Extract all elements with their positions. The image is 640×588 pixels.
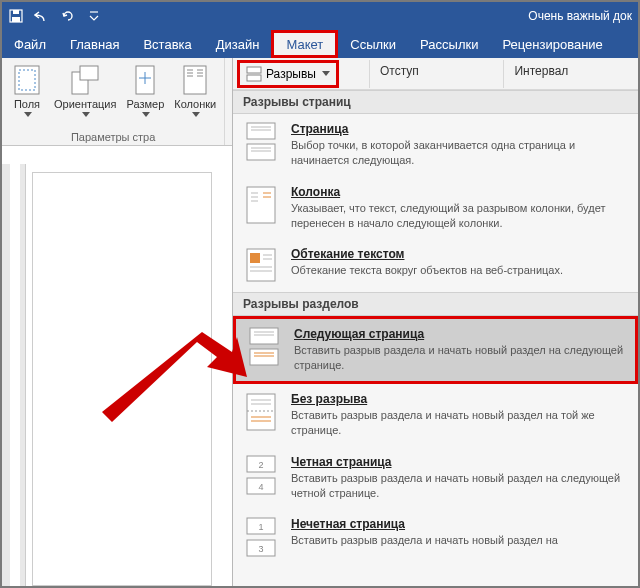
redo-icon[interactable] — [60, 8, 76, 24]
continuous-title: Без разрыва — [291, 392, 628, 406]
chevron-down-icon — [142, 112, 150, 117]
break-text-wrapping[interactable]: Обтекание текстом Обтекание текста вокру… — [233, 239, 638, 292]
size-label: Размер — [126, 98, 164, 110]
chevron-down-icon — [322, 71, 330, 76]
customize-qat-icon[interactable] — [86, 8, 102, 24]
spacing-label: Интервал — [514, 64, 568, 78]
svg-rect-24 — [247, 187, 275, 223]
break-odd-page[interactable]: 13 Нечетная страница Вставить разрыв раз… — [233, 509, 638, 568]
chevron-down-icon — [192, 112, 200, 117]
svg-rect-42 — [247, 394, 275, 430]
document-title: Очень важный док — [528, 9, 632, 23]
svg-text:3: 3 — [258, 544, 263, 554]
document-page[interactable] — [32, 172, 212, 586]
breaks-label: Разрывы — [266, 67, 316, 81]
page-setup-group-label: Параметры стра — [6, 129, 220, 143]
tab-design[interactable]: Дизайн — [204, 30, 272, 58]
tab-insert[interactable]: Вставка — [131, 30, 203, 58]
tab-home[interactable]: Главная — [58, 30, 131, 58]
odd-page-icon: 13 — [243, 517, 279, 559]
odd-page-desc: Вставить разрыв раздела и начать новый р… — [291, 533, 628, 548]
margins-icon — [11, 64, 43, 96]
size-icon — [129, 64, 161, 96]
text-wrapping-desc: Обтекание текста вокруг объектов на веб-… — [291, 263, 628, 278]
ribbon-tabs: Файл Главная Вставка Дизайн Макет Ссылки… — [2, 30, 638, 58]
indent-label: Отступ — [380, 64, 419, 78]
svg-text:2: 2 — [258, 460, 263, 470]
page-break-title: Страница — [291, 122, 628, 136]
svg-rect-17 — [247, 75, 261, 81]
break-column[interactable]: Колонка Указывает, что текст, следующий … — [233, 177, 638, 240]
text-wrapping-title: Обтекание текстом — [291, 247, 628, 261]
even-page-desc: Вставить разрыв раздела и начать новый р… — [291, 471, 628, 501]
page-breaks-section: Разрывы страниц — [233, 90, 638, 114]
next-page-icon — [246, 327, 282, 373]
tab-mailings[interactable]: Рассылки — [408, 30, 490, 58]
next-page-title: Следующая страница — [294, 327, 625, 341]
svg-rect-31 — [250, 253, 260, 263]
next-page-desc: Вставить разрыв раздела и начать новый р… — [294, 343, 625, 373]
svg-rect-39 — [250, 349, 278, 365]
page-break-icon — [243, 122, 279, 168]
svg-rect-2 — [12, 17, 20, 22]
size-button[interactable]: Размер — [122, 62, 168, 129]
title-bar: Очень важный док — [2, 2, 638, 30]
break-page[interactable]: Страница Выбор точки, в которой заканчив… — [233, 114, 638, 177]
column-break-icon — [243, 185, 279, 231]
breaks-icon — [246, 66, 262, 82]
column-break-title: Колонка — [291, 185, 628, 199]
vertical-ruler[interactable] — [2, 164, 26, 586]
breaks-gallery: Разрывы Отступ Интервал Разрывы страниц … — [232, 58, 638, 586]
svg-text:4: 4 — [258, 482, 263, 492]
break-even-page[interactable]: 24 Четная страница Вставить разрыв разде… — [233, 447, 638, 510]
text-wrapping-icon — [243, 247, 279, 283]
tab-layout[interactable]: Макет — [271, 30, 338, 58]
section-breaks-section: Разрывы разделов — [233, 292, 638, 316]
tab-references[interactable]: Ссылки — [338, 30, 408, 58]
gallery-header: Разрывы Отступ Интервал — [233, 58, 638, 90]
svg-rect-19 — [247, 144, 275, 160]
chevron-down-icon — [82, 112, 90, 117]
break-next-page[interactable]: Следующая страница Вставить разрыв разде… — [233, 316, 638, 384]
svg-rect-18 — [247, 123, 275, 139]
undo-icon[interactable] — [34, 8, 50, 24]
columns-icon — [179, 64, 211, 96]
svg-text:1: 1 — [258, 522, 263, 532]
columns-button[interactable]: Колонки — [170, 62, 220, 129]
quick-access-toolbar — [8, 8, 102, 24]
orientation-button[interactable]: Ориентация — [50, 62, 120, 129]
columns-label: Колонки — [174, 98, 216, 110]
continuous-icon — [243, 392, 279, 438]
svg-rect-16 — [247, 67, 261, 73]
margins-label: Поля — [14, 98, 40, 110]
breaks-button[interactable]: Разрывы — [237, 60, 339, 88]
orientation-label: Ориентация — [54, 98, 116, 110]
even-page-icon: 24 — [243, 455, 279, 501]
column-break-desc: Указывает, что текст, следующий за разры… — [291, 201, 628, 231]
indent-group[interactable]: Отступ — [369, 60, 504, 88]
orientation-icon — [69, 64, 101, 96]
continuous-desc: Вставить разрыв раздела и начать новый р… — [291, 408, 628, 438]
page-break-desc: Выбор точки, в которой заканчивается одн… — [291, 138, 628, 168]
tab-file[interactable]: Файл — [2, 30, 58, 58]
odd-page-title: Нечетная страница — [291, 517, 628, 531]
save-icon[interactable] — [8, 8, 24, 24]
svg-rect-1 — [13, 10, 19, 14]
chevron-down-icon — [24, 112, 32, 117]
svg-rect-36 — [250, 328, 278, 344]
tab-review[interactable]: Рецензирование — [490, 30, 614, 58]
ribbon-group-page-setup: Поля Ориентация Размер Колонки — [2, 58, 225, 145]
even-page-title: Четная страница — [291, 455, 628, 469]
margins-button[interactable]: Поля — [6, 62, 48, 129]
svg-rect-7 — [80, 66, 98, 80]
spacing-group[interactable]: Интервал — [503, 60, 638, 88]
break-continuous[interactable]: Без разрыва Вставить разрыв раздела и на… — [233, 384, 638, 447]
